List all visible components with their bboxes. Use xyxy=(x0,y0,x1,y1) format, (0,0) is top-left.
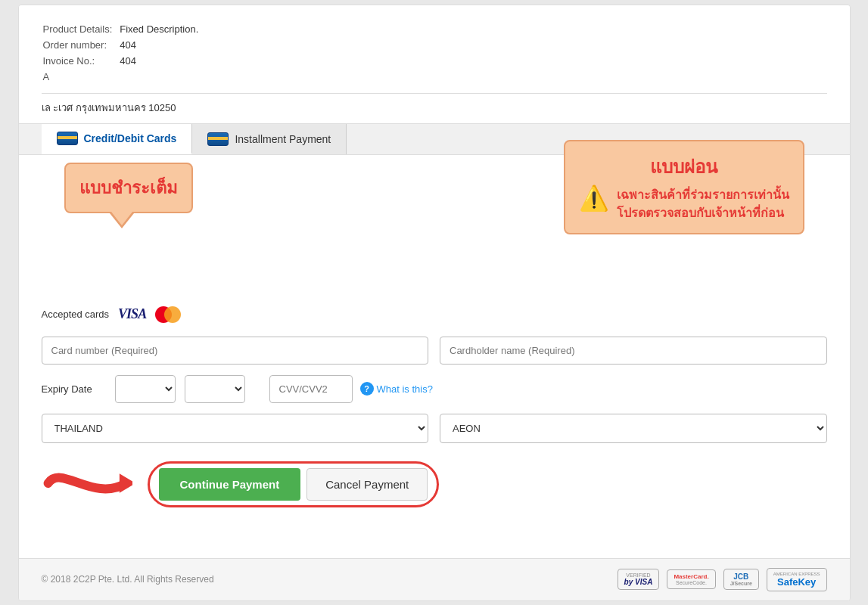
country-select[interactable]: THAILAND xyxy=(42,414,429,443)
warning-line2: โปรดตรวจสอบกับเจ้าหน้าที่ก่อน xyxy=(617,204,789,222)
copyright-text: © 2018 2C2P Pte. Ltd. All Rights Reserve… xyxy=(42,574,214,585)
action-row: Continue Payment Cancel Payment xyxy=(42,457,827,528)
order-details: Product Details: Fixed Description. Orde… xyxy=(42,20,827,85)
invoice-value: 404 xyxy=(120,54,204,68)
issuer-select[interactable]: AEON xyxy=(440,414,827,443)
product-details-value: Fixed Description. xyxy=(120,22,204,36)
order-number-label: Order number: xyxy=(43,38,119,52)
accepted-cards-label: Accepted cards xyxy=(42,309,110,320)
tab-credit-debit[interactable]: Credit/Debit Cards xyxy=(42,124,193,154)
visa-logo: VISA xyxy=(118,306,146,322)
cvv-group: ? What is this? xyxy=(269,375,433,403)
tab-installment[interactable]: Installment Payment xyxy=(192,124,347,154)
warning-line1: เฉพาะสินค้าที่ร่วมรายการเท่านั้น xyxy=(617,186,789,204)
svg-marker-1 xyxy=(119,473,132,493)
cvv-input[interactable] xyxy=(269,375,353,403)
tooltip-fullpay: แบบชำระเต็ม xyxy=(64,163,193,213)
card-details-row xyxy=(42,337,827,365)
installment-card-icon xyxy=(207,132,229,146)
address-row: เล ะเวศ กรุงเทพมหานคร 10250 xyxy=(42,100,827,116)
red-arrow-icon xyxy=(42,457,132,510)
verified-by-visa-badge: VERIFIED by VISA xyxy=(618,569,660,590)
tooltip-installment-title: แบบผ่อน xyxy=(579,152,789,182)
accepted-cards-row: Accepted cards VISA xyxy=(42,306,827,323)
warning-icon: ⚠️ xyxy=(579,186,609,210)
tab-credit-debit-label: Credit/Debit Cards xyxy=(84,132,177,144)
form-area: แบบชำระเต็ม แบบผ่อน ⚠️ เฉพาะสินค้าที่ร่ว… xyxy=(42,291,827,543)
footer-badges: VERIFIED by VISA MasterCard. SecureCode.… xyxy=(618,568,827,591)
mc-yellow-circle xyxy=(164,306,181,323)
mastercard-logo xyxy=(155,306,181,323)
continue-payment-button[interactable]: Continue Payment xyxy=(159,468,301,501)
footer: © 2018 2C2P Pte. Ltd. All Rights Reserve… xyxy=(19,558,850,600)
address-a-label: A xyxy=(43,70,119,84)
warning-text: เฉพาะสินค้าที่ร่วมรายการเท่านั้น โปรดตรว… xyxy=(617,186,789,222)
address-value: ะเวศ กรุงเทพมหานคร 10250 xyxy=(53,102,176,113)
cancel-payment-button[interactable]: Cancel Payment xyxy=(306,468,428,501)
jcb-badge: JCB J/Secure xyxy=(723,569,759,590)
mastercard-securecode-badge: MasterCard. SecureCode. xyxy=(667,569,715,589)
country-issuer-row: THAILAND AEON xyxy=(42,414,827,443)
address-prefix: เล xyxy=(42,102,51,113)
what-is-this-label: What is this? xyxy=(377,383,433,395)
expiry-date-label: Expiry Date xyxy=(42,383,106,395)
tooltip-installment: แบบผ่อน ⚠️ เฉพาะสินค้าที่ร่วมรายการเท่าน… xyxy=(564,140,804,234)
expiry-month-select[interactable]: 010203 040506 070809 101112 xyxy=(115,375,176,403)
main-content: Product Details: Fixed Description. Orde… xyxy=(19,5,850,558)
cardholder-name-input[interactable] xyxy=(440,337,827,365)
card-number-input[interactable] xyxy=(42,337,429,365)
expiry-row: Expiry Date 010203 040506 070809 101112 … xyxy=(42,375,827,403)
tab-installment-label: Installment Payment xyxy=(235,133,331,145)
credit-card-icon xyxy=(57,132,78,145)
invoice-label: Invoice No.: xyxy=(43,54,119,68)
what-is-this-link[interactable]: ? What is this? xyxy=(360,382,433,396)
button-highlight: Continue Payment Cancel Payment xyxy=(148,461,440,507)
amex-safekey-badge: AMERICAN EXPRESS SafeKey xyxy=(767,568,827,591)
warning-row: ⚠️ เฉพาะสินค้าที่ร่วมรายการเท่านั้น โปรด… xyxy=(579,186,789,222)
arrow-area xyxy=(42,457,132,513)
order-number-value: 404 xyxy=(120,38,204,52)
expiry-year-select[interactable]: 201820192020 202120222023 20242025 xyxy=(185,375,245,403)
question-icon: ? xyxy=(360,382,374,396)
page-wrapper: Product Details: Fixed Description. Orde… xyxy=(18,5,851,601)
tooltip-fullpay-text: แบบชำระเต็ม xyxy=(79,175,178,201)
product-details-label: Product Details: xyxy=(43,22,119,36)
